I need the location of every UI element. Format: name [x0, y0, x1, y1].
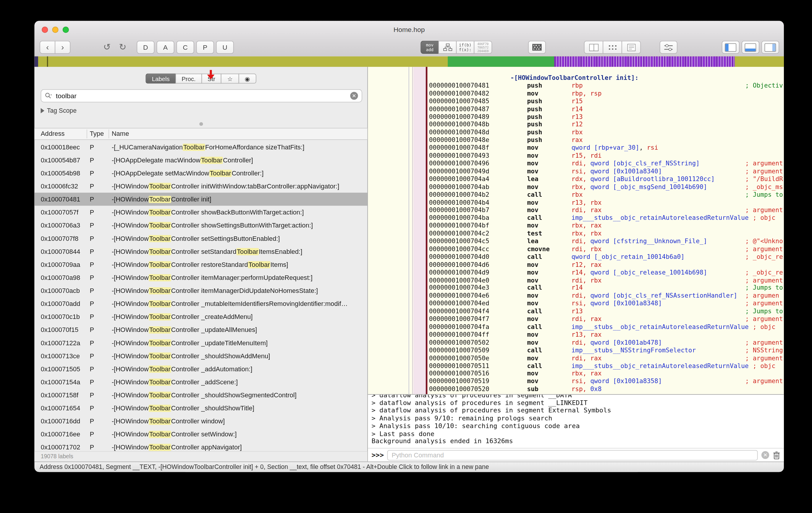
search-input[interactable]: [55, 91, 350, 100]
disasm-line[interactable]: 000000010007048fmovqword [rbp+var_30], r…: [429, 144, 784, 152]
disasm-line[interactable]: 00000001000704ffmovr13, rax: [429, 331, 784, 339]
disasm-line[interactable]: 00000001000704d6movr12, rax: [429, 261, 784, 268]
column-separator[interactable]: [109, 130, 109, 139]
table-row[interactable]: 0x100070f15P-[HOWindowToolbarController …: [34, 323, 367, 336]
disasm-line[interactable]: 0000000100070509callimp___stubs__NSStrin…: [429, 346, 784, 354]
disasm-line[interactable]: 00000001000704a4leardx, qword [aBuildroo…: [429, 175, 784, 183]
mode-button-a[interactable]: A: [156, 41, 174, 54]
table-row[interactable]: 0x100070addP-[HOWindowToolbarController …: [34, 297, 367, 310]
disasm-line[interactable]: 0000000100070502movrdi, qword [0x1001ab4…: [429, 339, 784, 346]
disasm-line[interactable]: 00000001000704e3callr14; Jumps to: [429, 284, 784, 292]
disasm-line[interactable]: 00000001000704b7movrdi, rax; argument: [429, 206, 784, 214]
nav-bar-segment-tail[interactable]: [735, 57, 784, 67]
zoom-window-button[interactable]: [63, 27, 69, 33]
table-row[interactable]: 0x1000706a3P-[HOWindowToolbarController …: [34, 219, 367, 232]
clear-console-input-button[interactable]: ✕: [761, 451, 769, 459]
dots-grid-button[interactable]: [603, 41, 622, 54]
tab-star[interactable]: ☆: [221, 74, 239, 84]
disasm-line[interactable]: 000000010007049dmovrsi, qword [0x1001a83…: [429, 167, 784, 175]
disasm-line[interactable]: 0000000100070482movrbp, rsp: [429, 90, 784, 97]
table-row[interactable]: 0x100070481P-[HOWindowToolbarController …: [34, 193, 367, 206]
tab-labels[interactable]: Labels: [146, 74, 176, 84]
cfg-mode-button[interactable]: [438, 41, 457, 54]
split-columns-button[interactable]: [584, 41, 603, 54]
table-row[interactable]: 0x100054b87P-[HOAppDelegate macWindowToo…: [34, 153, 367, 167]
disasm-line[interactable]: 0000000100070487pushr14: [429, 105, 784, 113]
procedure-header[interactable]: -[HOWindowToolbarController init]:: [429, 74, 784, 82]
disasm-line[interactable]: 00000001000704f7movrdi, rax; argument: [429, 315, 784, 323]
nav-bar-segment-code[interactable]: [448, 57, 554, 67]
inspector-pane-button[interactable]: [621, 41, 641, 54]
disasm-line[interactable]: 00000001000704b2callrbx; Jumps to: [429, 191, 784, 199]
disasm-line[interactable]: 0000000100070485pushr15: [429, 97, 784, 105]
toggle-bottom-pane-button[interactable]: [742, 41, 759, 54]
disasm-line[interactable]: 00000001000704d9movr14, qword [_objc_rel…: [429, 268, 784, 276]
table-row[interactable]: 0x100071505P-[HOWindowToolbarController …: [34, 363, 367, 375]
disasm-line[interactable]: 0000000100070481pushrbp; Objectiv: [429, 82, 784, 90]
disasm-line[interactable]: 00000001000704cccmovnerdi, rbx; argument: [429, 245, 784, 253]
table-row[interactable]: 0x10007154aP-[HOWindowToolbarController …: [34, 375, 367, 389]
title-bar[interactable]: Home.hop: [34, 21, 784, 39]
toggle-right-pane-button[interactable]: [761, 41, 779, 54]
disasm-line[interactable]: 0000000100070489pushr13: [429, 113, 784, 121]
adjustments-button[interactable]: [660, 41, 677, 54]
table-row[interactable]: 0x100071702P-[HOWindowToolbarController …: [34, 440, 367, 452]
disasm-line[interactable]: 00000001000704f4callr13; Jumps to: [429, 308, 784, 315]
column-separator[interactable]: [87, 130, 87, 139]
disasm-line[interactable]: 0000000100070511callimp___stubs__objc_re…: [429, 362, 784, 370]
disasm-line[interactable]: 00000001000704abmovrbx, qword [_objc_msg…: [429, 183, 784, 191]
disasm-line[interactable]: 00000001000704c5leardi, qword [cfstring_…: [429, 237, 784, 245]
disasm-line[interactable]: 00000001000704edmovrsi, qword [0x1001a83…: [429, 300, 784, 307]
table-row[interactable]: 0x1000707f8P-[HOWindowToolbarController …: [34, 232, 367, 245]
forward-button[interactable]: ›: [55, 41, 70, 54]
table-row[interactable]: 0x100070844P-[HOWindowToolbarController …: [34, 245, 367, 258]
mode-button-d[interactable]: D: [137, 41, 154, 54]
disasm-line[interactable]: 00000001000704bacallimp___stubs__objc_re…: [429, 214, 784, 222]
mode-button-p[interactable]: P: [196, 41, 214, 54]
disasm-line[interactable]: 00000001000704b4movr13, rbx: [429, 199, 784, 206]
python-command-input[interactable]: [387, 450, 758, 460]
disassembly-view[interactable]: -[HOWindowToolbarController init]: 00000…: [368, 67, 784, 394]
close-window-button[interactable]: [42, 27, 48, 33]
table-row[interactable]: 0x100071654P-[HOWindowToolbarController …: [34, 401, 367, 415]
hex-mode-button[interactable]: 406F70 786572 204469: [474, 41, 492, 54]
disasm-line[interactable]: 000000010007048epushrax: [429, 136, 784, 144]
disasm-line[interactable]: 00000001000704bfmovrbx, rax: [429, 222, 784, 230]
byte-pattern-button[interactable]: [528, 41, 546, 54]
table-row[interactable]: 0x100070acbP-[HOWindowToolbarController …: [34, 284, 367, 297]
table-row[interactable]: 0x1000716eeP-[HOWindowToolbarController …: [34, 428, 367, 440]
table-row[interactable]: 0x100018eecP-[_HUCameraNavigationToolbar…: [34, 141, 367, 153]
nav-bar-segment-header[interactable]: [34, 57, 38, 67]
table-row[interactable]: 0x10007122aP-[HOWindowToolbarController …: [34, 336, 367, 349]
disasm-line[interactable]: 0000000100070493movr15, rdi: [429, 152, 784, 160]
disasm-line[interactable]: 00000001000704facallimp___stubs__objc_re…: [429, 323, 784, 331]
disasm-line[interactable]: 00000001000704d0callqword [_objc_retain_…: [429, 253, 784, 261]
toggle-left-pane-button[interactable]: [722, 41, 740, 54]
table-row[interactable]: 0x10007057fP-[HOWindowToolbarController …: [34, 206, 367, 219]
nav-bar-segment-data[interactable]: [554, 57, 735, 67]
mode-button-c[interactable]: C: [177, 41, 194, 54]
header-name[interactable]: Name: [112, 129, 129, 139]
table-row[interactable]: 0x100070c1bP-[HOWindowToolbarController …: [34, 310, 367, 323]
disasm-line[interactable]: 00000001000704c2testrbx, rbx: [429, 230, 784, 237]
table-row[interactable]: 0x100070a98P-[HOWindowToolbarController …: [34, 271, 367, 284]
tab-proc[interactable]: Proc.: [175, 74, 202, 84]
clear-search-button[interactable]: ✕: [350, 92, 358, 100]
disasm-line[interactable]: 0000000100070496movrdi, qword [objc_cls_…: [429, 160, 784, 167]
tab-scope[interactable]: ◉: [238, 74, 256, 84]
disasm-line[interactable]: 0000000100070519movrsi, qword [0x1001a83…: [429, 378, 784, 386]
trash-icon[interactable]: [773, 451, 780, 459]
symbol-search-field[interactable]: ✕: [41, 89, 362, 102]
redo-button[interactable]: ↻: [116, 41, 129, 54]
undo-button[interactable]: ↺: [100, 41, 114, 54]
back-button[interactable]: ‹: [40, 41, 55, 54]
assembly-mode-button[interactable]: mov add: [420, 41, 439, 54]
disasm-line[interactable]: 000000010007050emovrdi, rax; argument: [429, 354, 784, 362]
disasm-line[interactable]: 0000000100070520subrsp, 0x8: [429, 386, 784, 393]
log-console[interactable]: > dataflow analysis of procedures in seg…: [368, 394, 784, 448]
pseudocode-mode-button[interactable]: if(b) f(x):: [456, 41, 474, 54]
header-address[interactable]: Address: [41, 129, 65, 139]
table-row[interactable]: 0x100054b98P-[HOAppDelegate setMacWindow…: [34, 167, 367, 179]
table-row[interactable]: 0x1000713ceP-[HOWindowToolbarController …: [34, 349, 367, 363]
minimize-window-button[interactable]: [52, 27, 58, 33]
